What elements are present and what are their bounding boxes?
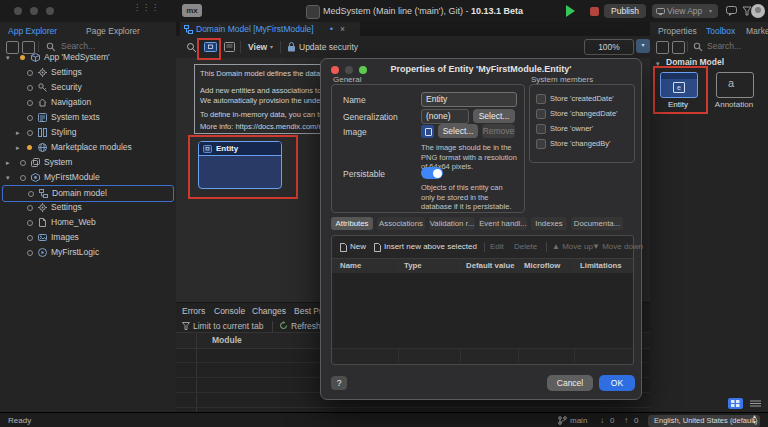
- update-security-button[interactable]: Update security: [299, 42, 358, 52]
- delete-attribute-button[interactable]: Delete: [514, 242, 537, 251]
- chevron-down-icon[interactable]: ▾: [6, 170, 10, 185]
- insert-attribute-button[interactable]: Insert new above selected: [384, 242, 477, 251]
- tree-item-security[interactable]: Security: [0, 80, 176, 95]
- minimize-window-icon[interactable]: [30, 7, 38, 15]
- change-dot: [27, 235, 33, 241]
- publish-button[interactable]: Publish: [604, 4, 646, 18]
- select-tool-icon[interactable]: [186, 42, 197, 53]
- tab-validation-rules[interactable]: Validation r...: [429, 217, 475, 230]
- tree-item-navigation[interactable]: Navigation: [0, 95, 176, 110]
- store-createddate-checkbox[interactable]: [536, 94, 546, 104]
- updown-arrows-icon: ▲▼: [752, 413, 757, 425]
- tab-attributes[interactable]: Attributes: [331, 217, 373, 230]
- limit-to-current-tab-button[interactable]: Limit to current tab: [193, 321, 263, 331]
- chevron-right-icon[interactable]: ▸: [6, 155, 10, 170]
- collapse-all-icon[interactable]: [656, 41, 669, 54]
- branch-name[interactable]: main: [570, 416, 587, 425]
- list-view-toggle[interactable]: [748, 398, 763, 409]
- app-grid-icon[interactable]: ⋮⋮⋮: [133, 6, 160, 10]
- zoom-dropdown-icon[interactable]: ▾: [636, 39, 650, 53]
- user-avatar[interactable]: [751, 4, 765, 18]
- image-remove-button[interactable]: Remove: [482, 124, 515, 138]
- run-button[interactable]: [566, 5, 575, 17]
- system-module-icon: [31, 158, 40, 167]
- tab-errors[interactable]: Errors: [182, 306, 205, 316]
- view-app-button[interactable]: View App ▾: [652, 4, 718, 18]
- tree-item-system-texts[interactable]: System texts: [0, 110, 176, 125]
- tab-properties[interactable]: Properties: [658, 26, 697, 36]
- generalization-field[interactable]: (none): [421, 109, 469, 124]
- table-row[interactable]: [332, 318, 633, 334]
- feedback-icon[interactable]: [726, 6, 737, 16]
- tree-item-myfirstmodule[interactable]: ▾ MyFirstModule: [0, 170, 176, 185]
- styling-icon: [38, 128, 47, 137]
- close-icon[interactable]: ×: [340, 22, 345, 36]
- tab-changes[interactable]: Changes: [252, 306, 286, 316]
- close-window-icon[interactable]: [14, 7, 22, 15]
- toolbox-item-annotation[interactable]: a: [716, 72, 754, 98]
- cancel-button[interactable]: Cancel: [547, 375, 593, 391]
- tab-console[interactable]: Console: [214, 306, 245, 316]
- expand-all-icon[interactable]: [672, 41, 685, 54]
- chevron-down-icon[interactable]: ▾: [709, 4, 712, 18]
- persistable-toggle[interactable]: [421, 167, 443, 179]
- zoom-level[interactable]: 100%: [584, 39, 634, 55]
- table-row[interactable]: [332, 333, 633, 349]
- search-icon: [693, 42, 703, 52]
- move-down-button[interactable]: ▼ Move down: [592, 242, 643, 251]
- chevron-down-icon[interactable]: ▾: [270, 43, 273, 50]
- tree-item-system[interactable]: ▸ System: [0, 155, 176, 170]
- chevron-down-icon[interactable]: ▾: [6, 50, 10, 65]
- gear-icon: [38, 68, 47, 77]
- table-row[interactable]: [332, 273, 633, 289]
- generalization-select-button[interactable]: Select...: [473, 109, 515, 123]
- outgoing-commits-icon[interactable]: ↑: [624, 416, 628, 425]
- chevron-right-icon[interactable]: ▸: [16, 140, 20, 155]
- tab-documentation[interactable]: Documenta...: [571, 217, 623, 230]
- module-icon: [31, 173, 40, 182]
- tab-toolbox[interactable]: Toolbox: [706, 26, 735, 36]
- tree-item-settings[interactable]: Settings: [0, 65, 176, 80]
- name-field[interactable]: [421, 92, 517, 107]
- ok-button[interactable]: OK: [599, 375, 635, 391]
- incoming-commits-icon[interactable]: ↓: [600, 416, 604, 425]
- generalization-label: Generalization: [343, 112, 398, 122]
- table-row[interactable]: [332, 303, 633, 319]
- tab-page-explorer[interactable]: Page Explorer: [86, 26, 140, 36]
- tab-indexes[interactable]: Indexes: [531, 217, 567, 230]
- store-owner-checkbox[interactable]: [536, 124, 546, 134]
- help-button[interactable]: ?: [331, 376, 347, 390]
- change-dot: [28, 191, 34, 197]
- tree-item-settings-module[interactable]: Settings: [0, 200, 176, 215]
- view-menu[interactable]: View: [248, 42, 267, 52]
- tree-item-marketplace-modules[interactable]: ▸ Marketplace modules: [0, 140, 176, 155]
- annotation-tool-icon[interactable]: [224, 42, 235, 52]
- tab-app-explorer[interactable]: App Explorer: [8, 26, 57, 36]
- tab-associations[interactable]: Associations: [377, 217, 425, 230]
- edit-attribute-button[interactable]: Edit: [490, 242, 504, 251]
- tree-item-home-web[interactable]: Home_Web: [0, 215, 176, 230]
- tab-event-handlers[interactable]: Event handl...: [479, 217, 527, 230]
- zoom-window-icon[interactable]: [46, 7, 54, 15]
- image-select-button[interactable]: Select...: [438, 124, 478, 138]
- image-entity-icon-button[interactable]: [421, 125, 434, 138]
- toolbox-search-input[interactable]: [705, 40, 767, 52]
- table-row[interactable]: [332, 288, 633, 304]
- move-up-button[interactable]: ▲ Move up: [552, 242, 593, 251]
- tree-item-images[interactable]: Images: [0, 230, 176, 245]
- tab-domain-model[interactable]: Domain Model [MyFirstModule] • ×: [180, 22, 360, 36]
- language-selector[interactable]: English, United States (default) ▲▼: [648, 415, 760, 427]
- new-attribute-button[interactable]: New: [350, 242, 366, 251]
- tab-marketplace[interactable]: Marketplace: [746, 26, 768, 36]
- tree-item-styling[interactable]: ▸ Styling: [0, 125, 176, 140]
- tree-item-app-medsystem[interactable]: ▾ App 'MedSystem': [0, 50, 176, 65]
- store-changedby-checkbox[interactable]: [536, 139, 546, 149]
- store-changeddate-checkbox[interactable]: [536, 109, 546, 119]
- refresh-button[interactable]: Refresh: [291, 321, 321, 331]
- grid-view-toggle[interactable]: [728, 398, 743, 409]
- column-limitations: Limitations: [580, 259, 622, 273]
- stop-button[interactable]: [590, 7, 599, 16]
- chevron-right-icon[interactable]: ▸: [16, 125, 20, 140]
- image-icon: [38, 233, 47, 242]
- tree-item-myfirstlogic[interactable]: MyFirstLogic: [0, 245, 176, 260]
